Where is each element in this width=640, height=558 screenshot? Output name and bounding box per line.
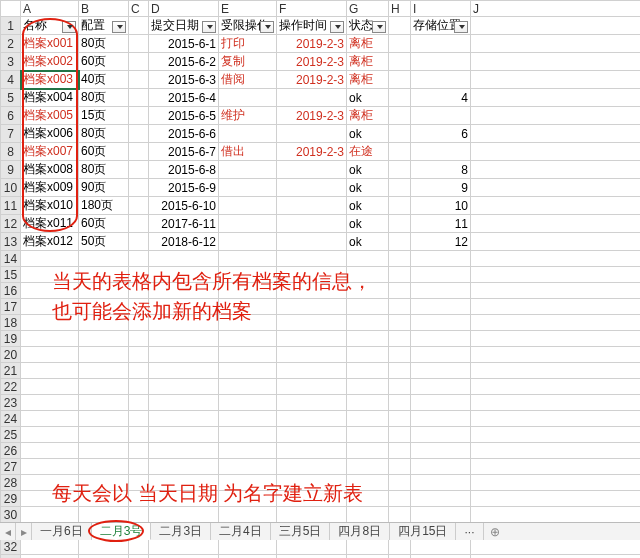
row-header[interactable]: 27 [1,459,21,475]
filter-dropdown-icon[interactable] [335,25,341,29]
cell[interactable] [129,267,149,283]
cell[interactable] [79,379,129,395]
cell[interactable] [411,507,471,523]
cell[interactable] [277,555,347,559]
cell[interactable] [277,411,347,427]
cell[interactable] [79,331,129,347]
cell[interactable] [277,215,347,233]
cell[interactable]: 档案x012 [21,233,79,251]
cell[interactable] [389,459,411,475]
cell[interactable]: 借出 [219,143,277,161]
cell[interactable] [21,379,79,395]
cell[interactable]: 2015-6-7 [149,143,219,161]
cell[interactable] [471,71,641,89]
cell[interactable] [471,459,641,475]
cell[interactable]: 50页 [79,233,129,251]
row-header[interactable]: 28 [1,475,21,491]
cell[interactable]: 12 [411,233,471,251]
cell[interactable]: 档案x005 [21,107,79,125]
cell[interactable] [347,315,389,331]
cell[interactable] [277,315,347,331]
cell[interactable] [411,347,471,363]
cell[interactable]: 2019-2-3 [277,107,347,125]
row-header[interactable]: 17 [1,299,21,315]
cell[interactable] [149,251,219,267]
cell[interactable]: ok [347,197,389,215]
cell[interactable] [21,539,79,555]
cell[interactable] [411,251,471,267]
cell[interactable] [219,161,277,179]
cell[interactable] [149,395,219,411]
cell[interactable] [411,331,471,347]
cell[interactable] [21,443,79,459]
cell[interactable] [389,395,411,411]
cell[interactable] [149,379,219,395]
cell[interactable] [389,427,411,443]
cell[interactable] [389,89,411,107]
cell[interactable] [471,89,641,107]
select-all-corner[interactable] [1,1,21,17]
cell[interactable] [471,197,641,215]
cell[interactable] [411,539,471,555]
row-header[interactable]: 11 [1,197,21,215]
cell[interactable] [219,363,277,379]
row-header[interactable]: 24 [1,411,21,427]
cell[interactable] [219,555,277,559]
cell[interactable]: 8 [411,161,471,179]
cell[interactable] [21,507,79,523]
row-header[interactable]: 6 [1,107,21,125]
cell[interactable] [129,475,149,491]
cell[interactable] [219,491,277,507]
cell[interactable] [411,395,471,411]
cell[interactable] [389,443,411,459]
cell[interactable] [389,363,411,379]
cell[interactable] [471,347,641,363]
cell[interactable] [129,89,149,107]
cell[interactable] [389,197,411,215]
row-header[interactable]: 7 [1,125,21,143]
row-header[interactable]: 1 [1,17,21,35]
cell[interactable] [129,459,149,475]
cell[interactable] [79,475,129,491]
cell[interactable] [129,35,149,53]
cell[interactable] [389,267,411,283]
cell[interactable] [129,395,149,411]
cell[interactable] [471,427,641,443]
cell[interactable]: ok [347,125,389,143]
cell[interactable] [219,507,277,523]
cell[interactable] [347,555,389,559]
cell[interactable] [129,53,149,71]
cell[interactable] [149,443,219,459]
cell[interactable] [129,251,149,267]
header-cell-C[interactable] [129,17,149,35]
cell[interactable] [411,491,471,507]
cell[interactable] [149,475,219,491]
cell[interactable] [347,267,389,283]
row-header[interactable]: 23 [1,395,21,411]
row-header[interactable]: 13 [1,233,21,251]
cell[interactable]: ok [347,161,389,179]
cell[interactable] [389,331,411,347]
cell[interactable]: 60页 [79,215,129,233]
cell[interactable] [129,299,149,315]
cell[interactable] [149,491,219,507]
cell[interactable] [129,331,149,347]
cell[interactable] [471,53,641,71]
cell[interactable]: 80页 [79,125,129,143]
row-header[interactable]: 29 [1,491,21,507]
cell[interactable]: 档案x011 [21,215,79,233]
cell[interactable] [411,363,471,379]
row-header[interactable]: 12 [1,215,21,233]
cell[interactable] [79,251,129,267]
cell[interactable] [277,459,347,475]
cell[interactable] [471,555,641,559]
cell[interactable] [149,539,219,555]
cell[interactable] [79,363,129,379]
cell[interactable] [21,395,79,411]
row-header[interactable]: 15 [1,267,21,283]
cell[interactable] [129,179,149,197]
cell[interactable]: 180页 [79,197,129,215]
cell[interactable] [277,491,347,507]
spreadsheet-grid[interactable]: ABCDEFGHIJ1名称配置提交日期受限操作操作时间状态存储位置2档案x001… [0,0,640,558]
column-header-C[interactable]: C [129,1,149,17]
